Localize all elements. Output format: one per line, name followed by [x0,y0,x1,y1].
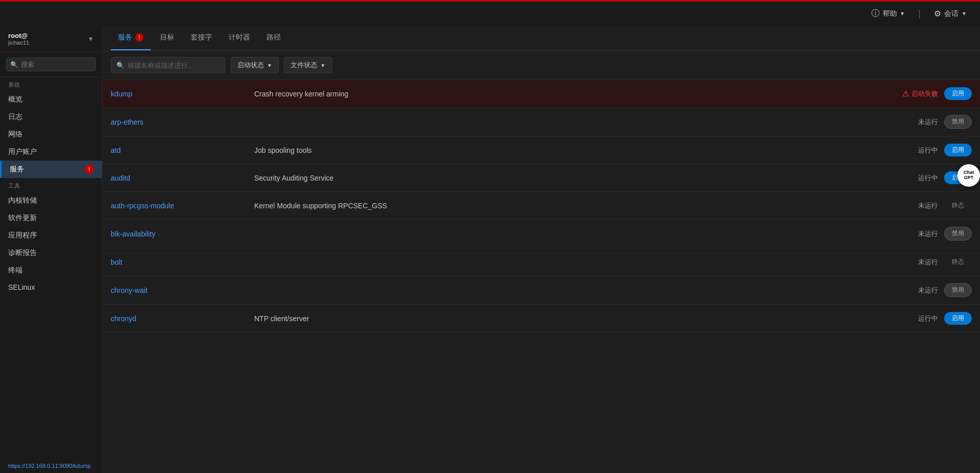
sidebar-hostname: jichao11 [8,40,29,46]
service-state-label: 未运行 [912,117,938,127]
chatgpt-bubble[interactable]: ChatGPT [957,164,980,187]
sidebar-item-updates[interactable]: 软件更新 [0,209,102,227]
sidebar-user-text: root@ jichao11 [8,32,29,46]
service-description: Kernel Module supporting RPCSEC_GSS [254,202,912,210]
service-name[interactable]: auth-rpcgss-module [111,202,254,210]
table-row[interactable]: chrony-wait 未运行 禁用 [103,276,980,305]
sidebar-item-logs-label: 日志 [8,112,23,122]
filter-search-input[interactable] [128,58,220,72]
sidebar-user[interactable]: root@ jichao11 ▼ [0,26,102,52]
session-label: 会话 [944,9,958,18]
table-row[interactable]: auditd Security Auditing Service 运行中 启用 [103,164,980,192]
table-row[interactable]: bolt 未运行 静态 [103,248,980,276]
service-toggle-button[interactable]: 禁用 [944,115,972,129]
service-description: Crash recovery kernel arming [254,90,902,98]
service-toggle-button[interactable]: 启用 [944,144,972,156]
service-name[interactable]: bolt [111,258,254,266]
sidebar-item-accounts-label: 用户账户 [8,147,37,156]
sidebar-item-overview[interactable]: 概览 [0,91,102,108]
service-toggle-button[interactable]: 静态 [944,199,972,212]
sidebar-item-terminal[interactable]: 终端 [0,262,102,279]
tab-services-badge: ! [135,33,144,42]
table-row[interactable]: blk-availability 未运行 禁用 [103,220,980,248]
sidebar-item-accounts[interactable]: 用户账户 [0,143,102,161]
tab-sockets-label: 套接字 [191,33,212,42]
sidebar-item-selinux-label: SELinux [8,283,35,291]
filter-boot-chevron-icon: ▼ [267,63,272,68]
filter-file-chevron-icon: ▼ [320,63,325,68]
sidebar-item-apps-label: 应用程序 [8,231,37,240]
tab-timers-label: 计时器 [229,33,250,42]
sidebar-section-system-label: 系统 [0,77,102,91]
sidebar-item-apps[interactable]: 应用程序 [0,227,102,244]
service-state-label: 未运行 [912,286,938,295]
sidebar-item-kernel[interactable]: 内核转储 [0,192,102,209]
service-toggle-button[interactable]: 禁用 [944,283,972,297]
tab-targets-label: 目标 [160,33,174,42]
tab-paths-label: 路径 [267,33,281,42]
error-badge: ⚠ 启动失败 [902,89,938,98]
table-row[interactable]: auth-rpcgss-module Kernel Module support… [103,192,980,220]
filter-file-state[interactable]: 文件状态 ▼ [284,57,332,73]
table-row[interactable]: atd Job spooling tools 运行中 启用 [103,136,980,164]
service-name[interactable]: chronyd [111,314,254,323]
sidebar-item-selinux[interactable]: SELinux [0,279,102,295]
top-bar-separator: | [918,8,921,19]
tab-paths[interactable]: 路径 [259,26,288,50]
service-name[interactable]: atd [111,146,254,154]
service-status-area: 运行中 启用 [912,312,972,325]
session-button[interactable]: ⚙ 会话 ▼ [929,7,972,21]
service-name[interactable]: blk-availability [111,230,254,238]
service-description: Security Auditing Service [254,174,912,182]
table-row[interactable]: chronyd NTP client/server 运行中 启用 [103,305,980,332]
chatgpt-icon: ChatGPT [964,170,974,181]
service-name[interactable]: arp-ethers [111,118,254,126]
tab-timers[interactable]: 计时器 [221,26,257,50]
service-state-label: 运行中 [912,146,938,155]
service-status-area: 未运行 静态 [912,255,972,268]
filters-bar: 🔍 启动状态 ▼ 文件状态 ▼ [103,51,980,80]
sidebar-search-wrap: 🔍 [6,57,96,71]
tab-services-label: 服务 [118,33,132,42]
service-name[interactable]: auditd [111,174,254,182]
filter-boot-state[interactable]: 启动状态 ▼ [231,57,279,73]
service-state-label: 未运行 [912,229,938,239]
table-row[interactable]: arp-ethers 未运行 禁用 [103,108,980,136]
help-button[interactable]: ⓘ 帮助 ▼ [866,6,910,21]
sidebar-item-services[interactable]: 服务 ! [0,161,102,178]
service-state-label: 未运行 [912,258,938,267]
service-description: Job spooling tools [254,146,912,154]
service-toggle-button[interactable]: 静态 [944,255,972,268]
service-state-label: 运行中 [912,314,938,323]
sidebar-item-diag-label: 诊断报告 [8,248,37,258]
sidebar-search-input[interactable] [6,57,96,71]
sidebar-section-tools: 工具 内核转储 软件更新 应用程序 诊断报告 终端 SELinux [0,178,102,295]
help-chevron-icon: ▼ [900,11,905,16]
filter-search-container: 🔍 [111,57,226,73]
service-toggle-button[interactable]: 禁用 [944,227,972,241]
service-name[interactable]: chrony-wait [111,286,254,294]
tab-sockets[interactable]: 套接字 [183,26,219,50]
sidebar-item-diag[interactable]: 诊断报告 [0,244,102,262]
service-status-area: 运行中 启用 [912,144,972,156]
service-toggle-button[interactable]: 启用 [944,312,972,325]
service-name[interactable]: kdump [111,90,254,98]
content-area: 服务 ! 目标 套接字 计时器 路径 🔍 启动状态 [103,26,980,473]
service-status-area: 未运行 禁用 [912,283,972,297]
service-toggle-button[interactable]: 启用 [944,87,972,100]
top-bar: ⓘ 帮助 ▼ | ⚙ 会话 ▼ [0,0,980,26]
sidebar-username: root@ [8,32,29,40]
table-row[interactable]: kdump Crash recovery kernel arming ⚠ 启动失… [103,80,980,108]
main-layout: root@ jichao11 ▼ 🔍 系统 概览 日志 网络 用户账户 [0,26,980,473]
gear-icon: ⚙ [934,9,941,18]
sidebar-search-icon: 🔍 [10,61,18,68]
sidebar-item-terminal-label: 终端 [8,266,23,275]
sidebar-item-kernel-label: 内核转储 [8,196,37,205]
service-description: NTP client/server [254,314,912,323]
tab-targets[interactable]: 目标 [153,26,181,50]
tab-services[interactable]: 服务 ! [111,26,151,50]
sidebar-item-logs[interactable]: 日志 [0,108,102,126]
sidebar-item-network[interactable]: 网络 [0,126,102,143]
help-label: 帮助 [883,9,897,18]
service-state-label: 运行中 [912,173,938,183]
